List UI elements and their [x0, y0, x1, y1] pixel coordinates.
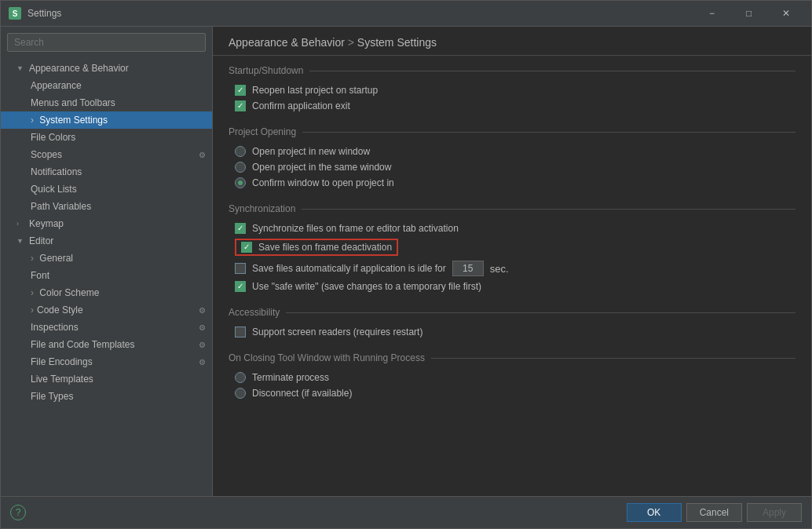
sync-files-label[interactable]: Synchronize files on frame or editor tab… [252, 223, 459, 234]
reopen-last-project-label[interactable]: Reopen last project on startup [252, 85, 378, 96]
closing-tool-window-label: On Closing Tool Window with Running Proc… [229, 352, 796, 363]
code-style-content: › Code Style [31, 305, 83, 316]
sidebar-item-path-variables[interactable]: Path Variables [1, 198, 212, 215]
save-auto-checkbox[interactable] [235, 263, 246, 274]
sidebar-item-general[interactable]: › General [1, 250, 212, 267]
arrow-right-icon: › [31, 287, 34, 298]
accessibility-label: Accessibility [229, 307, 796, 318]
general-label: › General [31, 253, 73, 264]
sidebar-item-quick-lists[interactable]: Quick Lists [1, 181, 212, 198]
disconnect-radio[interactable] [235, 388, 246, 399]
save-auto-label[interactable]: Save files automatically if application … [252, 263, 446, 274]
sidebar-item-editor[interactable]: ▼ Editor [1, 232, 212, 250]
sidebar-item-inspections[interactable]: Inspections ⚙ [1, 319, 212, 336]
tree: ▼ Appearance & Behavior Appearance Menus… [1, 58, 212, 496]
terminate-process-label[interactable]: Terminate process [252, 372, 329, 383]
settings-window: S Settings − □ ✕ ▼ Appearance & Behavior… [0, 0, 812, 529]
window-controls: − □ ✕ [694, 5, 803, 21]
sync-files-row: Synchronize files on frame or editor tab… [229, 221, 796, 236]
terminate-process-radio[interactable] [235, 372, 246, 383]
app-icon: S [9, 7, 21, 20]
sidebar-item-system-settings[interactable]: › System Settings [1, 111, 212, 129]
arrow-right-icon: › [31, 305, 34, 316]
sidebar-item-file-colors[interactable]: File Colors [1, 129, 212, 146]
sidebar-item-file-types[interactable]: File Types [1, 388, 212, 405]
sidebar-item-keymap[interactable]: › Keymap [1, 215, 212, 232]
expand-arrow-icon: › [31, 115, 34, 126]
help-button[interactable]: ? [10, 505, 26, 520]
inspections-label: Inspections [31, 322, 79, 333]
title-bar: S Settings − □ ✕ [1, 1, 811, 27]
sidebar-item-code-style[interactable]: › Code Style ⚙ [1, 301, 212, 319]
screen-readers-row: Support screen readers (requires restart… [229, 324, 796, 340]
sidebar: ▼ Appearance & Behavior Appearance Menus… [1, 27, 213, 496]
settings-icon: ⚙ [199, 358, 206, 367]
sidebar-item-appearance-behavior[interactable]: ▼ Appearance & Behavior [1, 60, 212, 77]
breadcrumb-part1: Appearance & Behavior [229, 36, 345, 49]
settings-icon: ⚙ [199, 341, 206, 349]
sync-files-checkbox[interactable] [235, 223, 246, 234]
disconnect-row: Disconnect (if available) [229, 385, 796, 401]
ok-button[interactable]: OK [627, 503, 682, 522]
open-new-window-radio[interactable] [235, 146, 246, 157]
save-on-deactivation-label[interactable]: Save files on frame deactivation [258, 242, 392, 253]
sidebar-item-menus-toolbars[interactable]: Menus and Toolbars [1, 94, 212, 111]
save-on-deactivation-checkbox[interactable] [241, 242, 252, 253]
search-input[interactable] [7, 33, 206, 52]
code-style-label: Code Style [37, 305, 83, 316]
maximize-button[interactable]: □ [731, 5, 766, 21]
sidebar-section-label: Keymap [29, 218, 64, 229]
sidebar-item-notifications[interactable]: Notifications [1, 163, 212, 181]
sidebar-item-appearance[interactable]: Appearance [1, 77, 212, 94]
sidebar-item-live-templates[interactable]: Live Templates [1, 370, 212, 388]
main-content: ▼ Appearance & Behavior Appearance Menus… [1, 27, 811, 496]
sidebar-item-font[interactable]: Font [1, 267, 212, 284]
save-on-deactivation-row: Save files on frame deactivation [229, 236, 796, 258]
sidebar-item-scopes[interactable]: Scopes ⚙ [1, 146, 212, 163]
panel-breadcrumb: Appearance & Behavior > System Settings [229, 36, 437, 49]
apply-button[interactable]: Apply [747, 503, 802, 522]
cancel-button[interactable]: Cancel [686, 503, 742, 522]
reopen-last-project-row: Reopen last project on startup [229, 82, 796, 98]
terminate-process-row: Terminate process [229, 370, 796, 385]
sidebar-item-file-encodings[interactable]: File Encodings ⚙ [1, 353, 212, 370]
startup-shutdown-section: Startup/Shutdown Reopen last project on … [229, 65, 796, 114]
synchronization-section: Synchronization Synchronize files on fra… [229, 203, 796, 294]
sidebar-section-label: Editor [29, 235, 53, 246]
sidebar-item-file-code-templates[interactable]: File and Code Templates ⚙ [1, 336, 212, 353]
expand-arrow: › [16, 220, 26, 228]
open-same-window-label[interactable]: Open project in the same window [252, 162, 391, 173]
confirm-exit-label[interactable]: Confirm application exit [252, 100, 350, 111]
sidebar-item-color-scheme[interactable]: › Color Scheme [1, 284, 212, 301]
reopen-last-project-checkbox[interactable] [235, 85, 246, 96]
open-same-window-radio[interactable] [235, 162, 246, 173]
idle-timeout-input[interactable] [452, 261, 484, 276]
file-encodings-label: File Encodings [31, 356, 93, 367]
open-new-window-row: Open project in new window [229, 144, 796, 159]
disconnect-label[interactable]: Disconnect (if available) [252, 388, 352, 399]
breadcrumb-part2: System Settings [357, 36, 437, 49]
panel-body: Startup/Shutdown Reopen last project on … [213, 56, 811, 496]
panel-header: Appearance & Behavior > System Settings [213, 27, 811, 56]
open-new-window-label[interactable]: Open project in new window [252, 146, 370, 157]
confirm-window-row: Confirm window to open project in [229, 175, 796, 191]
save-on-deactivation-highlight: Save files on frame deactivation [235, 239, 398, 256]
confirm-window-label[interactable]: Confirm window to open project in [252, 177, 394, 188]
safe-write-checkbox[interactable] [235, 281, 246, 292]
safe-write-label[interactable]: Use "safe write" (save changes to a temp… [252, 281, 481, 292]
right-panel: Appearance & Behavior > System Settings … [213, 27, 811, 496]
minimize-button[interactable]: − [694, 5, 730, 21]
confirm-exit-checkbox[interactable] [235, 100, 246, 111]
synchronization-label: Synchronization [229, 203, 796, 214]
screen-readers-checkbox[interactable] [235, 327, 246, 337]
confirm-window-radio[interactable] [235, 177, 246, 188]
close-button[interactable]: ✕ [768, 5, 803, 21]
project-opening-section: Project Opening Open project in new wind… [229, 126, 796, 191]
system-settings-label: › System Settings [31, 115, 108, 126]
scopes-label: Scopes [31, 149, 62, 160]
screen-readers-label[interactable]: Support screen readers (requires restart… [252, 327, 422, 337]
expand-arrow: ▼ [16, 64, 26, 72]
file-code-templates-label: File and Code Templates [31, 339, 135, 350]
bottom-bar: ? OK Cancel Apply [1, 496, 811, 528]
settings-icon: ⚙ [199, 323, 206, 332]
